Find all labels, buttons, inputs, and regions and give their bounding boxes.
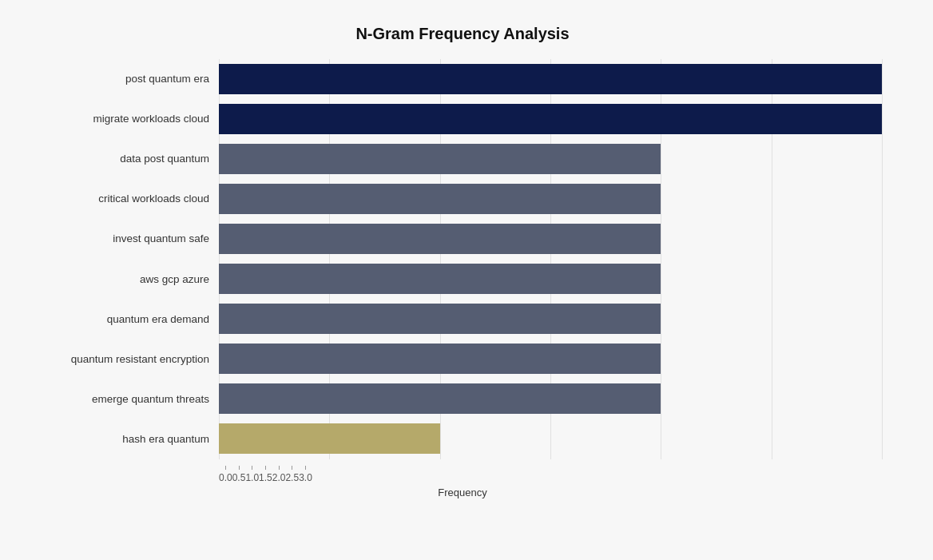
- x-axis-ticks: 0.00.51.01.52.02.53.0: [219, 466, 882, 483]
- x-tick-line: [239, 466, 240, 470]
- bar-fill: [219, 184, 661, 214]
- x-tick-line: [292, 466, 292, 470]
- x-tick: 2.5: [285, 466, 299, 483]
- bar-row: emerge quantum threats: [43, 379, 882, 419]
- bar-row: data post quantum: [43, 139, 882, 179]
- bar-track: [219, 64, 882, 94]
- chart-area: post quantum eramigrate workloads cloudd…: [43, 59, 882, 498]
- bar-label: hash era quantum: [43, 433, 219, 445]
- bar-label: quantum era demand: [43, 313, 219, 325]
- bar-label: migrate workloads cloud: [43, 113, 219, 125]
- bar-label: data post quantum: [43, 153, 219, 165]
- bar-label: post quantum era: [43, 73, 219, 85]
- bar-row: aws gcp azure: [43, 259, 882, 299]
- bar-fill: [219, 104, 882, 134]
- x-tick-label: 1.0: [245, 472, 259, 483]
- x-tick: 3.0: [299, 466, 312, 483]
- x-tick-line: [265, 466, 266, 470]
- bar-row: quantum resistant encryption: [43, 339, 882, 379]
- bar-fill: [219, 264, 661, 294]
- x-tick-line: [279, 466, 280, 470]
- bar-fill: [219, 304, 661, 334]
- grid-line: [882, 59, 883, 459]
- bar-row: post quantum era: [43, 59, 882, 99]
- chart-container: N-Gram Frequency Analysis post quantum e…: [27, 9, 906, 552]
- x-tick: 2.0: [272, 466, 286, 483]
- bar-track: [219, 423, 882, 454]
- x-tick-line: [252, 466, 252, 470]
- bar-row: critical workloads cloud: [43, 179, 882, 219]
- bar-track: [219, 304, 882, 334]
- x-axis-label: Frequency: [43, 487, 882, 498]
- x-tick: 1.5: [259, 466, 272, 483]
- bar-track: [219, 383, 882, 414]
- bar-fill: [219, 144, 661, 174]
- bar-fill: [219, 344, 661, 374]
- bar-row: invest quantum safe: [43, 219, 882, 259]
- bar-track: [219, 104, 882, 134]
- bar-label: aws gcp azure: [43, 273, 219, 285]
- bar-fill: [219, 64, 882, 94]
- x-tick-label: 1.5: [259, 472, 272, 483]
- x-tick-line: [225, 466, 226, 470]
- bar-fill: [219, 383, 661, 414]
- x-tick-label: 0.0: [219, 472, 232, 483]
- bar-label: quantum resistant encryption: [43, 353, 219, 365]
- bar-track: [219, 224, 882, 254]
- x-tick-label: 0.5: [232, 472, 246, 483]
- bar-label: invest quantum safe: [43, 232, 219, 244]
- x-tick-label: 2.0: [272, 472, 286, 483]
- x-tick: 0.5: [232, 466, 246, 483]
- bar-row: quantum era demand: [43, 299, 882, 339]
- bar-row: migrate workloads cloud: [43, 99, 882, 139]
- bar-label: critical workloads cloud: [43, 193, 219, 205]
- chart-title: N-Gram Frequency Analysis: [43, 25, 882, 43]
- x-tick: 1.0: [245, 466, 259, 483]
- x-tick-line: [305, 466, 306, 470]
- bar-fill: [219, 423, 440, 454]
- bar-track: [219, 344, 882, 374]
- x-axis-container: 0.00.51.01.52.02.53.0 Frequency: [43, 459, 882, 498]
- x-tick-label: 3.0: [299, 472, 312, 483]
- bar-row: hash era quantum: [43, 419, 882, 459]
- bar-track: [219, 184, 882, 214]
- bar-label: emerge quantum threats: [43, 393, 219, 405]
- x-tick-label: 2.5: [285, 472, 299, 483]
- bar-fill: [219, 224, 661, 254]
- bar-track: [219, 264, 882, 294]
- bar-track: [219, 144, 882, 174]
- x-tick: 0.0: [219, 466, 232, 483]
